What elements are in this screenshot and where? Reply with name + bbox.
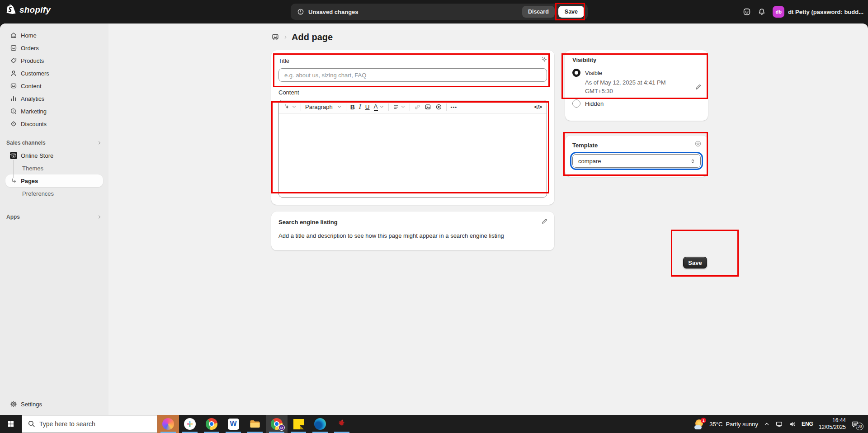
visible-option[interactable]: Visible (572, 69, 701, 77)
discard-button[interactable]: Discard (522, 6, 555, 18)
bell-icon[interactable] (758, 8, 766, 16)
seo-card-description: Add a title and description to see how t… (278, 232, 547, 239)
file-explorer-icon (249, 418, 261, 430)
weather-temperature: 35°C (709, 421, 722, 428)
volume-icon[interactable] (788, 420, 796, 428)
italic-button[interactable]: I (359, 103, 361, 111)
sidebar-item-label: Customers (21, 70, 49, 77)
chrome-icon (206, 418, 217, 430)
sidebar-item-content[interactable]: Content (5, 80, 103, 92)
chevron-right-icon (97, 140, 102, 146)
content-icon (10, 82, 17, 89)
title-input[interactable] (278, 68, 547, 82)
theme-eye-icon[interactable] (694, 140, 702, 147)
underline-button[interactable]: U (365, 104, 370, 110)
taskbar-app-slack[interactable] (179, 415, 201, 433)
sidebar: Home Orders Products Customers Content A… (0, 24, 108, 415)
template-select[interactable]: compare (572, 154, 701, 168)
sidebar-item-label: Settings (21, 401, 42, 408)
edit-pencil-icon[interactable] (695, 84, 702, 90)
sidebar-item-products[interactable]: Products (5, 54, 103, 67)
floating-save-button[interactable]: Save (683, 257, 707, 268)
taskbar-app-red[interactable] (331, 415, 353, 433)
windows-taskbar: W D 1 35°C Partly sunny ENG (0, 415, 868, 433)
orders-icon (10, 44, 17, 52)
annotation-box-floating-save (671, 230, 739, 277)
network-icon[interactable] (775, 420, 783, 428)
link-icon[interactable] (414, 104, 420, 110)
taskbar-search[interactable] (22, 415, 157, 433)
start-button[interactable] (0, 415, 22, 433)
paragraph-style-dropdown[interactable]: Paragraph (305, 104, 342, 110)
sidebar-item-settings[interactable]: Settings (5, 398, 103, 410)
sidebar-item-analytics[interactable]: Analytics (5, 92, 103, 105)
sidebar-divider (0, 130, 108, 136)
chevron-down-icon (379, 104, 384, 109)
sidebar-section-apps[interactable]: Apps (5, 211, 103, 223)
video-icon[interactable] (435, 104, 442, 110)
search-engine-listing-card: Search engine listing Add a title and de… (271, 212, 554, 250)
editor-text-area[interactable] (279, 114, 547, 198)
topbar-right-cluster: db dt Petty (password: budd... (743, 0, 863, 24)
sticky-notes-icon (293, 419, 304, 429)
taskbar-app-edge[interactable] (309, 415, 331, 433)
assistant-icon[interactable] (743, 8, 751, 16)
edit-pencil-icon[interactable] (541, 218, 548, 225)
image-icon[interactable] (425, 104, 431, 110)
ai-assist-button[interactable] (283, 104, 297, 110)
sidebar-item-online-store[interactable]: Online Store (5, 149, 103, 162)
toolbar-divider (388, 104, 389, 111)
unsaved-changes-banner: Unsaved changes Discard Save (291, 4, 588, 20)
taskbar-app-copilot[interactable] (157, 415, 179, 433)
taskbar-weather[interactable]: 1 35°C Partly sunny (694, 419, 758, 429)
rich-text-editor: Paragraph B I U A (278, 100, 547, 198)
ai-sparkle-icon[interactable] (540, 56, 548, 63)
sidebar-item-home[interactable]: Home (5, 29, 103, 42)
hidden-option[interactable]: Hidden (572, 99, 701, 108)
clock-date: 12/05/2025 (819, 424, 846, 431)
sidebar-item-preferences[interactable]: Preferences (5, 187, 103, 200)
visibility-note: As of May 12, 2025 at 4:41 PM GMT+5:30 (585, 78, 701, 95)
search-icon (28, 420, 35, 428)
sidebar-item-label: Pages (21, 178, 38, 184)
system-tray: 1 35°C Partly sunny ENG 16:44 12/05/2025… (694, 417, 868, 431)
user-menu[interactable]: db dt Petty (password: budd... (773, 6, 863, 18)
chevron-down-icon (292, 104, 297, 109)
taskbar-app-file-explorer[interactable] (244, 415, 266, 433)
sidebar-item-pages[interactable]: Pages (5, 174, 103, 187)
sidebar-item-marketing[interactable]: Marketing (5, 105, 103, 118)
taskbar-app-sticky-notes[interactable] (288, 415, 309, 433)
page-title: Add page (292, 32, 333, 42)
action-center-button[interactable]: 38 (851, 418, 863, 430)
taskbar-clock[interactable]: 16:44 12/05/2025 (819, 417, 846, 431)
shopify-logo[interactable]: shopify (6, 5, 51, 15)
section-label: Apps (6, 214, 20, 220)
sidebar-item-label: Orders (21, 45, 39, 52)
sidebar-item-orders[interactable]: Orders (5, 42, 103, 54)
bold-button[interactable]: B (350, 104, 355, 111)
template-card: Template compare (565, 136, 708, 177)
sidebar-item-label: Discounts (21, 121, 47, 127)
sidebar-item-customers[interactable]: Customers (5, 67, 103, 80)
editor-toolbar: Paragraph B I U A (279, 100, 547, 114)
text-color-button[interactable]: A (374, 104, 384, 111)
alignment-button[interactable] (393, 104, 406, 110)
pages-icon[interactable] (271, 33, 279, 41)
seo-card-title: Search engine listing (278, 219, 547, 226)
content-field-label: Content (278, 89, 547, 96)
sidebar-item-themes[interactable]: Themes (5, 162, 103, 174)
taskbar-app-chrome[interactable] (201, 415, 222, 433)
show-hidden-icons-button[interactable] (764, 421, 770, 427)
code-view-button[interactable]: </> (534, 104, 542, 110)
radio-unselected-icon (572, 99, 580, 108)
word-icon: W (228, 419, 239, 430)
sidebar-item-discounts[interactable]: Discounts (5, 118, 103, 130)
more-options-button[interactable]: ••• (451, 104, 458, 110)
taskbar-app-word[interactable]: W (222, 415, 244, 433)
taskbar-app-chrome-profile[interactable]: D (266, 415, 288, 433)
sidebar-section-sales-channels[interactable]: Sales channels (5, 136, 103, 149)
language-indicator[interactable]: ENG (802, 421, 813, 427)
taskbar-search-input[interactable] (22, 415, 157, 433)
save-button[interactable]: Save (558, 6, 584, 18)
discount-icon (10, 120, 17, 127)
